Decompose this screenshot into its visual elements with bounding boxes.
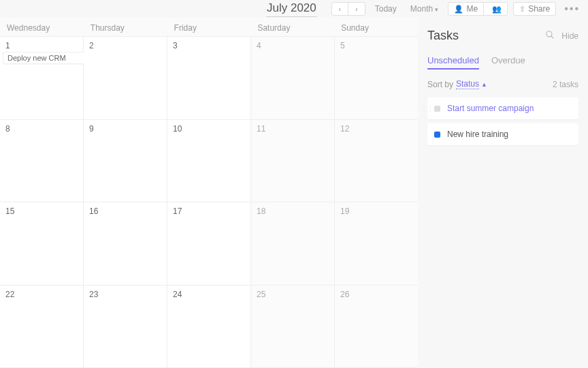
calendar-cell[interactable]: 18	[251, 202, 335, 285]
calendar-cell[interactable]: 16	[84, 202, 167, 285]
svg-line-1	[551, 36, 554, 39]
task-item[interactable]: Start summer campaign	[427, 97, 578, 119]
day-number: 2	[89, 41, 161, 50]
tab-overdue[interactable]: Overdue	[491, 55, 525, 70]
svg-point-0	[546, 31, 552, 37]
day-number: 25	[257, 290, 329, 299]
day-header: Sunday	[334, 18, 418, 36]
calendar-cell[interactable]: 15	[0, 202, 84, 285]
people-icon[interactable]: 👥	[487, 3, 507, 15]
calendar-cell[interactable]: 5	[335, 37, 418, 119]
day-number: 22	[5, 290, 78, 299]
day-number: 8	[5, 124, 78, 134]
calendar-cell[interactable]: 11	[251, 120, 335, 202]
hide-button[interactable]: Hide	[561, 31, 578, 41]
person-icon: 👤	[454, 5, 463, 14]
task-status-icon[interactable]	[434, 106, 440, 112]
day-number: 24	[173, 290, 245, 299]
calendar-cell[interactable]: 3	[167, 37, 251, 119]
calendar-cell[interactable]: 24	[167, 286, 251, 368]
today-button[interactable]: Today	[371, 4, 401, 14]
task-label: Start summer campaign	[447, 104, 534, 113]
share-button[interactable]: ⇪ Share	[513, 2, 556, 16]
calendar-cell[interactable]: 1Deploy new CRM	[0, 37, 84, 119]
calendar-cell[interactable]: 22	[0, 286, 84, 368]
calendar-cell[interactable]: 2	[84, 37, 167, 119]
day-number: 16	[89, 206, 161, 216]
day-number: 11	[257, 124, 329, 134]
calendar-cell[interactable]: 26	[335, 286, 418, 368]
calendar-grid: WednesdayThursdayFridaySaturdaySunday 1D…	[0, 18, 418, 368]
prev-arrow-icon[interactable]: ‹	[332, 3, 348, 15]
day-number: 3	[173, 41, 245, 50]
nav-arrows: ‹ ›	[331, 2, 365, 16]
view-selector[interactable]: Month ▾	[406, 4, 443, 14]
more-icon[interactable]: •••	[561, 3, 583, 15]
sort-label: Sort by	[427, 80, 453, 89]
task-label: New hire training	[447, 129, 508, 139]
day-number: 5	[340, 41, 412, 50]
calendar-cell[interactable]: 19	[335, 202, 418, 285]
task-status-icon[interactable]	[434, 132, 440, 138]
tasks-title: Tasks	[427, 29, 545, 43]
calendar-cell[interactable]: 25	[251, 286, 335, 368]
tasks-panel: Tasks Hide Unscheduled Overdue Sort by S…	[418, 18, 588, 368]
share-icon: ⇪	[519, 5, 525, 14]
calendar-cell[interactable]: 23	[84, 286, 167, 368]
calendar-title[interactable]: July 2020	[267, 1, 316, 17]
calendar-cell[interactable]: 4	[251, 37, 335, 119]
search-icon[interactable]	[545, 30, 555, 42]
day-number: 12	[340, 124, 412, 134]
day-header: Friday	[167, 18, 251, 36]
task-item[interactable]: New hire training	[427, 123, 578, 145]
day-header: Saturday	[250, 18, 334, 36]
calendar-cell[interactable]: 8	[0, 120, 84, 202]
task-count: 2 tasks	[553, 80, 578, 89]
day-number: 19	[340, 206, 412, 216]
sort-selector[interactable]: Status	[456, 79, 479, 89]
day-number: 23	[89, 290, 161, 299]
day-header: Thursday	[84, 18, 167, 36]
day-number: 18	[257, 206, 329, 216]
day-number: 10	[173, 124, 245, 134]
day-number: 15	[5, 206, 78, 216]
day-number: 1	[5, 41, 78, 50]
calendar-cell[interactable]: 9	[84, 120, 167, 202]
day-number: 26	[340, 290, 412, 299]
chevron-down-icon: ▾	[435, 6, 438, 13]
tab-unscheduled[interactable]: Unscheduled	[427, 55, 479, 70]
sort-direction-icon[interactable]: ▲	[481, 81, 487, 88]
day-number: 17	[173, 206, 245, 216]
me-filter-button[interactable]: 👤Me 👥	[448, 2, 508, 16]
calendar-cell[interactable]: 12	[335, 120, 418, 202]
calendar-cell[interactable]: 17	[167, 202, 251, 285]
next-arrow-icon[interactable]: ›	[348, 3, 365, 15]
calendar-cell[interactable]: 10	[167, 120, 251, 202]
day-number: 9	[89, 124, 161, 134]
day-header: Wednesday	[0, 18, 84, 36]
day-number: 4	[257, 41, 329, 50]
